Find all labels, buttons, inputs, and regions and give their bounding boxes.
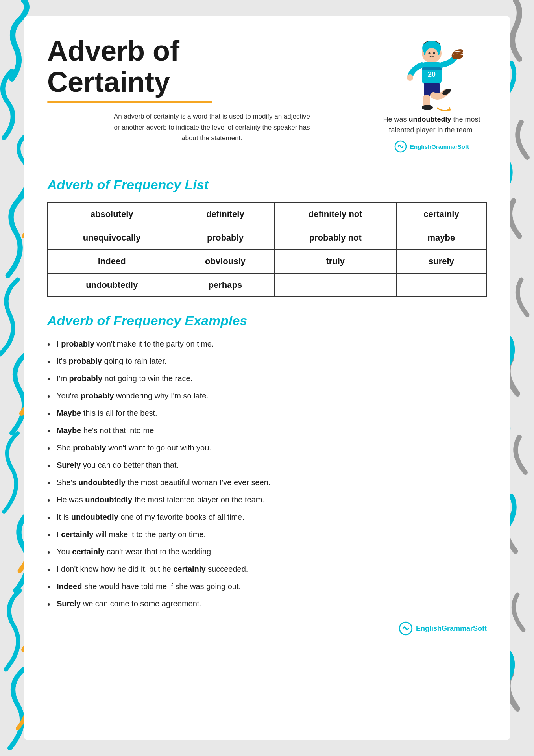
table-cell: probably not: [275, 226, 396, 250]
brand-icon: [394, 140, 407, 153]
examples-list: I probably won't make it to the party on…: [47, 338, 487, 610]
svg-point-14: [422, 105, 433, 110]
table-cell: perhaps: [176, 273, 274, 297]
section-divider: [47, 165, 487, 165]
svg-text:20: 20: [428, 70, 436, 78]
table-cell: definitely not: [275, 202, 396, 226]
table-cell: [275, 273, 396, 297]
footer-brand: EnglishGrammarSoft: [47, 621, 487, 636]
example-item: You're probably wondering why I'm so lat…: [47, 390, 487, 402]
example-item: She probably won't want to go out with y…: [47, 442, 487, 454]
example-item: I don't know how he did it, but he certa…: [47, 563, 487, 575]
table-cell: [396, 273, 486, 297]
example-item: You certainly can't wear that to the wed…: [47, 546, 487, 558]
svg-point-4: [425, 48, 438, 61]
main-card: Adverb of Certainty An adverb of certain…: [24, 16, 510, 740]
example-item: It is undoubtedly one of my favorite boo…: [47, 511, 487, 523]
svg-point-6: [433, 52, 435, 54]
example-item: She's undoubtedly the most beautiful wom…: [47, 476, 487, 488]
frequency-list-heading: Adverb of Frequency List: [47, 177, 487, 193]
table-cell: undoubtedly: [48, 273, 176, 297]
example-item: He was undoubtedly the most talented pla…: [47, 494, 487, 506]
example-item: I probably won't make it to the party on…: [47, 338, 487, 350]
frequency-list-section: Adverb of Frequency List absolutelydefin…: [47, 177, 487, 297]
footer-brand-name: EnglishGrammarSoft: [416, 624, 487, 633]
header-brand-logo: EnglishGrammarSoft: [377, 140, 487, 153]
table-cell: truly: [275, 250, 396, 273]
table-cell: unequivocally: [48, 226, 176, 250]
svg-marker-16: [447, 107, 451, 111]
svg-rect-8: [422, 67, 442, 70]
example-item: Surely we can come to some agreement.: [47, 598, 487, 610]
svg-point-5: [429, 52, 431, 54]
hero-image: 20: [400, 39, 463, 110]
example-item: It's probably going to rain later.: [47, 355, 487, 367]
example-item: Maybe he's not that into me.: [47, 424, 487, 436]
example-item: Maybe this is all for the best.: [47, 407, 487, 419]
example-item: Indeed she would have told me if she was…: [47, 580, 487, 592]
table-cell: certainly: [396, 202, 486, 226]
table-cell: maybe: [396, 226, 486, 250]
hero-area: 20: [377, 35, 487, 153]
examples-section: Adverb of Frequency Examples I probably …: [47, 313, 487, 610]
example-item: Surely you can do better than that.: [47, 459, 487, 471]
table-cell: definitely: [176, 202, 274, 226]
table-cell: absolutely: [48, 202, 176, 226]
table-cell: probably: [176, 226, 274, 250]
subtitle-text: An adverb of certainty is a word that is…: [114, 111, 310, 143]
title-underline: [47, 101, 212, 103]
page-title: Adverb of Certainty: [47, 35, 377, 98]
hero-caption: He was undoubtedly the most talented pla…: [377, 114, 487, 135]
header-brand-name: EnglishGrammarSoft: [410, 143, 469, 150]
examples-heading: Adverb of Frequency Examples: [47, 313, 487, 328]
table-cell: surely: [396, 250, 486, 273]
table-cell: obviously: [176, 250, 274, 273]
footer-brand-icon: [399, 621, 413, 636]
example-item: I certainly will make it to the party on…: [47, 528, 487, 540]
example-item: I'm probably not going to win the race.: [47, 372, 487, 384]
title-area: Adverb of Certainty An adverb of certain…: [47, 35, 377, 143]
table-cell: indeed: [48, 250, 176, 273]
adverb-table: absolutelydefinitelydefinitely notcertai…: [47, 202, 487, 297]
svg-point-10: [407, 74, 413, 81]
header-section: Adverb of Certainty An adverb of certain…: [47, 35, 487, 153]
